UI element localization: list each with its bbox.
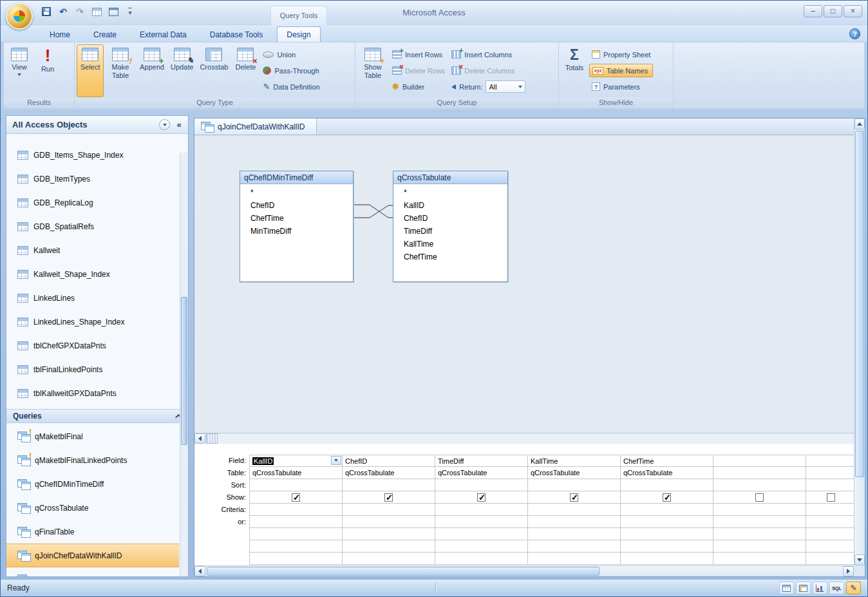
insert-rows-button[interactable]: Insert Rows — [390, 48, 448, 61]
grid-cell[interactable] — [250, 540, 343, 553]
show-checkbox[interactable] — [292, 493, 300, 502]
tab-database-tools[interactable]: Database Tools — [201, 27, 272, 42]
grid-cell[interactable] — [435, 540, 528, 553]
office-button[interactable] — [6, 3, 33, 30]
parameters-button[interactable]: ? Parameters — [589, 80, 653, 93]
scroll-left-button[interactable] — [194, 433, 205, 444]
table-names-button[interactable]: xyz Table Names — [589, 64, 653, 77]
return-select[interactable]: All — [486, 81, 525, 93]
field-item[interactable]: KallTime — [393, 238, 507, 251]
grid-show-cell[interactable] — [621, 491, 713, 504]
view-button[interactable]: View — [6, 44, 33, 97]
datasheet-view-button[interactable] — [779, 582, 794, 594]
vertical-scrollbar[interactable] — [854, 118, 865, 576]
grid-table-cell[interactable]: qCrossTabulate — [528, 467, 621, 479]
grid-table-cell[interactable]: qCrossTabulate — [435, 467, 528, 479]
field-list-qChefIDMinTimeDiff[interactable]: qChefIDMinTimeDiff * ChefID ChefTime Min… — [240, 171, 354, 282]
grid-or-cell[interactable] — [528, 516, 621, 528]
tab-create[interactable]: Create — [84, 27, 126, 42]
scrollbar-thumb[interactable] — [206, 433, 218, 444]
grid-sort-cell[interactable] — [250, 479, 343, 491]
grid-table-cell[interactable]: qCrossTabulate — [621, 467, 713, 479]
field-item[interactable]: ChefID — [393, 212, 507, 225]
field-item[interactable]: ChefID — [240, 199, 353, 212]
grid-or-cell[interactable] — [713, 516, 806, 528]
grid-criteria-cell[interactable] — [343, 504, 435, 516]
append-button[interactable]: + Append — [137, 44, 167, 97]
save-button[interactable] — [41, 6, 52, 17]
table-item[interactable]: LinkedLines — [6, 286, 179, 310]
delete-query-button[interactable]: × Delete — [232, 44, 259, 97]
field-list-title[interactable]: qCrossTabulate — [393, 171, 507, 184]
grid-cell[interactable] — [250, 553, 343, 565]
grid-field-cell[interactable]: KallTime — [528, 455, 621, 467]
field-item[interactable]: TimeDiff — [393, 225, 507, 238]
grid-sort-cell[interactable] — [621, 479, 713, 491]
select-query-button[interactable]: Select — [77, 44, 104, 97]
close-button[interactable]: × — [844, 5, 862, 17]
table-item[interactable]: GDB_ReplicaLog — [6, 191, 179, 214]
scroll-down-button[interactable] — [854, 554, 865, 565]
grid-criteria-cell[interactable] — [250, 504, 343, 516]
tab-home[interactable]: Home — [41, 27, 79, 42]
crosstab-button[interactable]: Crosstab — [197, 44, 231, 97]
table-item[interactable]: LinkedLines_Shape_Index — [6, 310, 179, 334]
update-button[interactable]: ✎ Update — [168, 44, 196, 97]
grid-show-cell[interactable] — [713, 491, 806, 504]
field-item[interactable]: * — [240, 186, 353, 199]
grid-cell[interactable] — [528, 540, 621, 553]
grid-cell[interactable] — [528, 553, 621, 565]
grid-or-cell[interactable] — [250, 516, 343, 528]
query-item[interactable]: qFinalTable — [6, 520, 179, 544]
grid-cell[interactable] — [621, 540, 713, 553]
grid-cell[interactable] — [806, 528, 855, 540]
grid-show-cell[interactable] — [250, 491, 343, 504]
grid-cell[interactable] — [250, 528, 343, 540]
grid-criteria-cell[interactable] — [528, 504, 621, 516]
scrollbar-thumb[interactable] — [207, 567, 599, 576]
scroll-up-button[interactable] — [854, 118, 865, 129]
grid-or-cell[interactable] — [435, 516, 528, 528]
grid-show-cell[interactable] — [343, 491, 435, 504]
restore-button[interactable]: □ — [824, 5, 842, 17]
grid-cell[interactable] — [621, 553, 713, 565]
field-item[interactable]: * — [393, 186, 507, 199]
grid-sort-cell[interactable] — [343, 479, 435, 491]
field-item[interactable]: ChefTime — [393, 251, 507, 263]
grid-sort-cell[interactable] — [528, 479, 621, 491]
field-dropdown-button[interactable] — [331, 456, 341, 465]
grid-or-cell[interactable] — [621, 516, 713, 528]
run-button[interactable]: ! Run — [34, 44, 61, 97]
query-item[interactable]: qCrossTabulate — [6, 496, 179, 520]
field-list-qCrossTabulate[interactable]: qCrossTabulate * KallID ChefID TimeDiff … — [393, 171, 508, 282]
show-checkbox[interactable] — [755, 493, 764, 502]
tab-external-data[interactable]: External Data — [131, 27, 196, 42]
grid-criteria-cell[interactable] — [435, 504, 528, 516]
grid-field-cell[interactable]: TimeDiff — [435, 455, 528, 467]
grid-cell[interactable] — [713, 553, 806, 565]
pivotchart-view-button[interactable] — [813, 582, 827, 594]
table-item[interactable]: Kallweit_Shape_Index — [6, 262, 179, 286]
grid-cell[interactable] — [435, 553, 528, 565]
redo-button[interactable]: ↷ — [74, 6, 86, 17]
grid-field-cell[interactable]: ChefTime — [621, 455, 713, 467]
scroll-left-button[interactable] — [194, 566, 205, 576]
pivottable-view-button[interactable] — [796, 582, 811, 594]
builder-button[interactable]: ✱ Builder — [390, 80, 448, 93]
grid-table-cell[interactable] — [806, 467, 855, 479]
tab-design[interactable]: Design — [277, 26, 320, 42]
navigation-menu-button[interactable] — [159, 119, 170, 130]
grid-table-cell[interactable]: qCrossTabulate — [250, 467, 343, 479]
grid-field-cell[interactable]: ChefID — [343, 455, 435, 467]
field-list-title[interactable]: qChefIDMinTimeDiff — [240, 171, 353, 184]
totals-button[interactable]: Σ Totals — [561, 44, 588, 97]
grid-cell[interactable] — [343, 553, 435, 565]
pass-through-button[interactable]: Pass-Through — [260, 64, 322, 77]
field-item[interactable]: ChefTime — [240, 212, 353, 225]
table-item[interactable]: Kallweit — [6, 238, 179, 262]
grid-cell[interactable] — [528, 528, 621, 540]
queries-section-header[interactable]: Queries — [6, 409, 188, 423]
horizontal-scrollbar[interactable] — [194, 565, 854, 576]
field-value[interactable]: KallID — [252, 457, 274, 465]
table-item[interactable]: GDB_Items_Shape_Index — [6, 143, 179, 167]
